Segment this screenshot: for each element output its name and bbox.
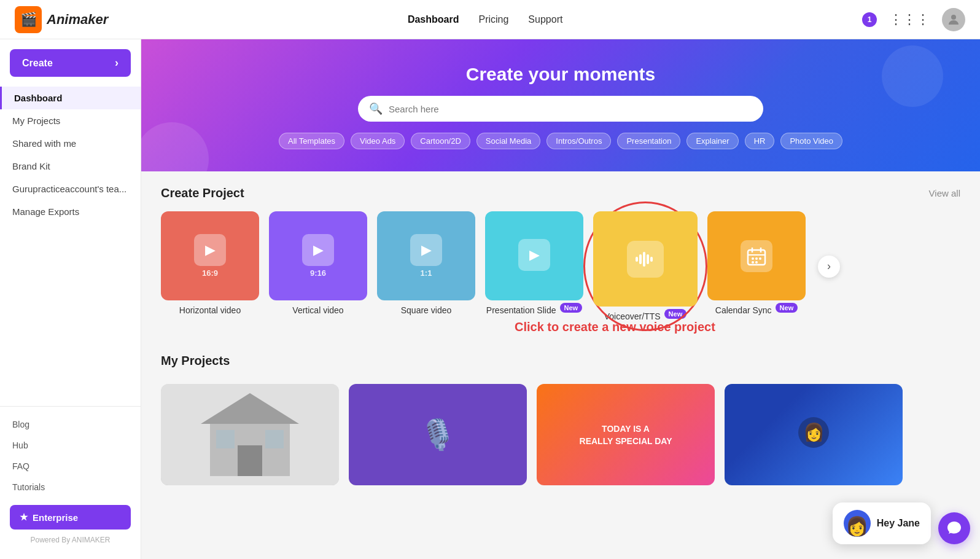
nav-right: 1 ⋮⋮⋮: [862, 8, 965, 31]
hey-jane-text: Hey Jane: [877, 518, 920, 529]
svg-point-10: [752, 257, 754, 260]
create-vertical-card[interactable]: ▶ 9:16: [269, 211, 367, 300]
create-presentation-card[interactable]: ▶: [485, 211, 583, 300]
special-day-text: TODAY IS A: [602, 424, 650, 434]
tag-explainer[interactable]: Explainer: [686, 133, 738, 149]
enterprise-button[interactable]: ★ Enterprise: [10, 505, 131, 530]
create-calendar-card[interactable]: [707, 211, 806, 300]
calendar-label-row: Calendar Sync New: [715, 300, 798, 315]
svg-rect-5: [650, 257, 653, 262]
sidebar-bottom-hub[interactable]: Hub: [0, 435, 141, 456]
svg-point-14: [755, 261, 758, 264]
ratio-1-1: 1:1: [421, 268, 432, 278]
app-name: Animaker: [47, 12, 108, 28]
horizontal-label-row: Horizontal video: [179, 300, 241, 315]
vertical-label: Vertical video: [292, 305, 343, 315]
ratio-9-16: 9:16: [310, 268, 326, 278]
jane-avatar-thumb: 👩: [798, 417, 829, 448]
nav-support[interactable]: Support: [528, 14, 562, 25]
create-label: Create: [22, 58, 53, 69]
card-vertical: ▶ 9:16 Vertical video: [269, 211, 367, 321]
create-arrow-icon: ›: [115, 57, 119, 69]
horizontal-label: Horizontal video: [179, 305, 241, 315]
sidebar-item-team[interactable]: Gurupracticeaccount's tea...: [0, 178, 141, 200]
carousel-next-button[interactable]: ›: [818, 256, 840, 278]
vertical-label-row: Vertical video: [292, 300, 343, 315]
really-special-text: REALLY SPECIAL DAY: [580, 436, 672, 446]
create-horizontal-card[interactable]: ▶ 16:9: [161, 211, 259, 300]
chat-icon: [946, 520, 962, 536]
tag-photo-video[interactable]: Photo Video: [780, 133, 842, 149]
project-cards: ▶ 16:9 Horizontal video ▶ 9:16 Vertical …: [161, 211, 960, 321]
hero-title: Create your moments: [466, 64, 655, 85]
presentation-label-row: Presentation Slide New: [486, 300, 582, 315]
sidebar-dashboard-label: Dashboard: [14, 93, 62, 103]
create-square-card[interactable]: ▶ 1:1: [377, 211, 475, 300]
square-label-row: Square video: [401, 300, 452, 315]
tag-intros-outros[interactable]: Intros/Outros: [546, 133, 611, 149]
nav-links: Dashboard Pricing Support: [408, 14, 563, 25]
sidebar-bottom-blog[interactable]: Blog: [0, 414, 141, 435]
tag-hr[interactable]: HR: [745, 133, 775, 149]
soundwave-icon: [634, 248, 656, 270]
create-voiceover-card[interactable]: [593, 211, 698, 307]
sidebar-brand-kit-label: Brand Kit: [12, 161, 50, 171]
create-project-section: Create Project View all ▶ 16:9 Horizonta…: [141, 171, 980, 339]
user-avatar[interactable]: [942, 8, 965, 31]
sidebar-bottom-faq[interactable]: FAQ: [0, 456, 141, 477]
create-project-header: Create Project View all: [161, 186, 960, 200]
chat-button[interactable]: [938, 512, 970, 544]
tag-cartoon-2d[interactable]: Cartoon/2D: [411, 133, 470, 149]
sidebar-item-dashboard[interactable]: Dashboard: [0, 87, 141, 109]
thumb-grey-house[interactable]: [161, 384, 339, 485]
thumb-special-day[interactable]: TODAY IS A REALLY SPECIAL DAY: [537, 384, 715, 485]
my-projects-thumbnails: 🎙️ TODAY IS A REALLY SPECIAL DAY 👩: [141, 384, 980, 500]
sidebar-item-manage-exports[interactable]: Manage Exports: [0, 200, 141, 223]
tag-presentation[interactable]: Presentation: [617, 133, 680, 149]
card-presentation: ▶ Presentation Slide New: [485, 211, 583, 321]
thumb-purple-mic[interactable]: 🎙️: [349, 384, 527, 485]
hey-jane-thumb-text: 👩: [793, 412, 834, 458]
sidebar-shared-label: Shared with me: [12, 138, 76, 149]
thumb-hey-jane[interactable]: 👩: [725, 384, 903, 485]
search-input[interactable]: [389, 104, 752, 114]
grid-icon[interactable]: ⋮⋮⋮: [889, 12, 930, 28]
sidebar-item-shared-with-me[interactable]: Shared with me: [0, 132, 141, 155]
powered-by: Powered By ANIMAKER: [0, 533, 141, 549]
sidebar-item-my-projects[interactable]: My Projects: [0, 109, 141, 132]
tag-social-media[interactable]: Social Media: [476, 133, 540, 149]
voiceover-new-badge: New: [664, 309, 687, 319]
create-project-title: Create Project: [161, 186, 244, 200]
sidebar-exports-label: Manage Exports: [12, 206, 79, 217]
sidebar-item-brand-kit[interactable]: Brand Kit: [0, 155, 141, 178]
search-icon: 🔍: [369, 102, 383, 115]
create-button[interactable]: Create ›: [10, 49, 131, 77]
calendar-label: Calendar Sync: [715, 305, 772, 315]
calendar-new-badge: New: [776, 303, 798, 313]
sidebar-bottom: Blog Hub FAQ Tutorials ★ Enterprise Powe…: [0, 406, 141, 549]
my-projects-title: My Projects: [161, 354, 230, 368]
svg-point-11: [755, 257, 758, 260]
view-all-button[interactable]: View all: [929, 188, 960, 198]
svg-rect-20: [265, 430, 284, 448]
ratio-16-9: 16:9: [202, 268, 218, 278]
sidebar: Create › Dashboard My Projects Shared wi…: [0, 39, 141, 559]
voiceover-label: Voiceover/TTS: [604, 311, 661, 321]
logo[interactable]: 🎬 Animaker: [15, 6, 108, 33]
sidebar-team-label: Gurupracticeaccount's tea...: [12, 184, 126, 194]
voiceover-label-row: Voiceover/TTS New: [604, 307, 686, 321]
nav-dashboard[interactable]: Dashboard: [408, 14, 459, 25]
sidebar-bottom-tutorials[interactable]: Tutorials: [0, 477, 141, 498]
svg-rect-3: [643, 252, 645, 267]
hero-deco-right: [882, 45, 943, 107]
svg-rect-19: [216, 430, 235, 448]
tag-video-ads[interactable]: Video Ads: [351, 133, 405, 149]
hey-jane-bubble[interactable]: 👩 Hey Jane: [833, 502, 931, 544]
search-bar: 🔍: [358, 96, 763, 122]
notification-badge[interactable]: 1: [862, 12, 877, 27]
presentation-label: Presentation Slide: [486, 305, 556, 315]
nav-pricing[interactable]: Pricing: [478, 14, 508, 25]
tag-all-templates[interactable]: All Templates: [279, 133, 344, 149]
house-illustration: [161, 384, 339, 485]
calendar-icon: [747, 246, 766, 266]
